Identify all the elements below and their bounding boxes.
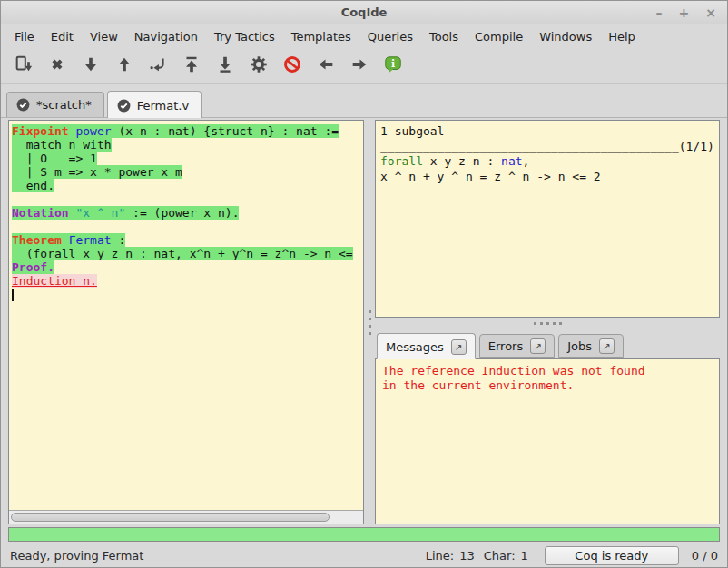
stop-x-button[interactable] [45, 54, 69, 78]
code-line: Notation "x ^ n" := (power x n). [12, 206, 361, 220]
goals-pane: 1 subgoal_______________________________… [375, 120, 720, 318]
toolbar: i [1, 48, 727, 84]
window-title: CoqIde [1, 5, 727, 19]
page-arrow-button[interactable] [12, 54, 35, 78]
goto-cursor-icon [148, 54, 168, 78]
code-line: end. [12, 179, 361, 192]
goto-cursor-button[interactable] [146, 54, 170, 78]
tab-errors[interactable]: Errors↗ [479, 334, 555, 358]
back-button[interactable] [314, 54, 338, 78]
code-line: | S m => x * power x m [12, 165, 361, 179]
code-line [12, 288, 361, 301]
message-tabbar: Messages↗Errors↗Jobs↗ [375, 329, 720, 358]
coqide-window: CoqIde –+× FileEditViewNavigationTry Tac… [0, 0, 728, 568]
menu-templates[interactable]: Templates [283, 26, 359, 47]
forward-button[interactable] [348, 54, 371, 78]
line-label: Line: [426, 549, 454, 563]
tab--scratch-[interactable]: *scratch* [6, 92, 104, 117]
tab-label: Errors [488, 339, 523, 353]
code-line [12, 220, 361, 233]
interrupt-icon [282, 54, 302, 78]
interrupt-button[interactable] [280, 54, 304, 78]
statusbar: Ready, proving Fermat Line: 13 Char: 1 C… [1, 544, 727, 567]
gear-icon [249, 54, 269, 78]
goal-line: x ^ n + y ^ n = z ^ n -> n <= 2 [380, 170, 714, 185]
goal-line: forall x y z n : nat, [380, 154, 714, 170]
svg-text:i: i [391, 57, 395, 69]
char-label: Char: [484, 549, 516, 563]
line-value: 13 [459, 549, 475, 563]
message-line: The reference Induction was not found [382, 364, 713, 378]
forward-icon [349, 54, 369, 78]
menu-windows[interactable]: Windows [531, 26, 600, 47]
restart-top-icon [182, 54, 202, 78]
info-bubble-icon: i [383, 54, 403, 78]
code-line: Theorem Fermat : [12, 233, 361, 247]
tab-label: Jobs [567, 339, 592, 353]
vertical-splitter[interactable] [364, 120, 375, 524]
tab-label: Fermat.v [137, 99, 189, 113]
editor-tabbar: *scratch*Fermat.v [1, 84, 727, 118]
code-line: match n with [12, 138, 361, 152]
step-up-button[interactable] [113, 54, 136, 78]
progress-bar [8, 527, 720, 542]
tab-label: Messages [386, 340, 444, 354]
horizontal-scrollbar[interactable] [9, 510, 363, 524]
char-value: 1 [521, 549, 528, 563]
code-line: | O => 1 [12, 152, 361, 165]
tab-label: *scratch* [36, 98, 92, 112]
check-circle-icon [117, 99, 131, 113]
back-icon [316, 54, 336, 78]
menu-queries[interactable]: Queries [359, 26, 421, 47]
menu-navigation[interactable]: Navigation [126, 26, 206, 47]
restart-top-button[interactable] [180, 54, 203, 78]
check-circle-icon [16, 98, 30, 112]
tab-fermat.v[interactable]: Fermat.v [107, 91, 202, 118]
menu-file[interactable]: File [6, 26, 43, 47]
info-bubble-button[interactable]: i [381, 54, 405, 78]
menubar: FileEditViewNavigationTry TacticsTemplat… [1, 24, 727, 48]
text-cursor [12, 289, 14, 301]
tab-jobs[interactable]: Jobs↗ [558, 334, 624, 358]
menu-view[interactable]: View [82, 26, 126, 47]
menu-compile[interactable]: Compile [467, 26, 531, 47]
menu-try-tactics[interactable]: Try Tactics [206, 26, 283, 47]
step-up-icon [114, 54, 134, 78]
code-line: Induction n. [12, 274, 361, 288]
step-down-button[interactable] [79, 54, 103, 78]
minimize-button[interactable]: – [656, 6, 663, 19]
menu-help[interactable]: Help [600, 26, 644, 47]
code-editor[interactable]: Fixpoint power (x n : nat) {struct n} : … [9, 121, 363, 510]
horizontal-splitter[interactable] [375, 318, 720, 329]
page-arrow-icon [14, 54, 34, 78]
close-button[interactable]: × [705, 6, 716, 19]
code-line: (forall x y z n : nat, x^n + y^n = z^n -… [12, 247, 361, 260]
gear-button[interactable] [247, 54, 271, 78]
goal-line: 1 subgoal [380, 124, 714, 140]
maximize-button[interactable]: + [679, 6, 690, 19]
job-counter: 0 / 0 [692, 549, 718, 563]
tab-messages[interactable]: Messages↗ [377, 333, 476, 359]
goal-line: ________________________________________… [380, 140, 714, 155]
code-line: Proof. [12, 260, 361, 274]
message-line: in the current environment. [382, 378, 713, 393]
detach-button[interactable]: ↗ [451, 339, 467, 355]
code-line [12, 192, 361, 206]
run-to-end-icon [215, 54, 235, 78]
code-line: Fixpoint power (x n : nat) {struct n} : … [12, 124, 361, 138]
right-column: 1 subgoal_______________________________… [375, 120, 720, 524]
step-down-icon [81, 54, 101, 78]
detach-button[interactable]: ↗ [599, 338, 615, 354]
window-controls: –+× [656, 6, 727, 19]
menu-edit[interactable]: Edit [43, 26, 82, 47]
editor-pane: Fixpoint power (x n : nat) {struct n} : … [8, 120, 364, 524]
scrollbar-thumb[interactable] [11, 513, 330, 522]
menu-tools[interactable]: Tools [421, 26, 467, 47]
detach-button[interactable]: ↗ [530, 338, 546, 354]
messages-pane: The reference Induction was not foundin … [375, 358, 720, 524]
main-area: Fixpoint power (x n : nat) {struct n} : … [1, 118, 727, 524]
status-right: Line: 13 Char: 1 Coq is ready 0 / 0 [426, 546, 718, 565]
run-to-end-button[interactable] [213, 54, 237, 78]
coq-status-button[interactable]: Coq is ready [545, 546, 679, 565]
titlebar: CoqIde –+× [1, 1, 727, 24]
